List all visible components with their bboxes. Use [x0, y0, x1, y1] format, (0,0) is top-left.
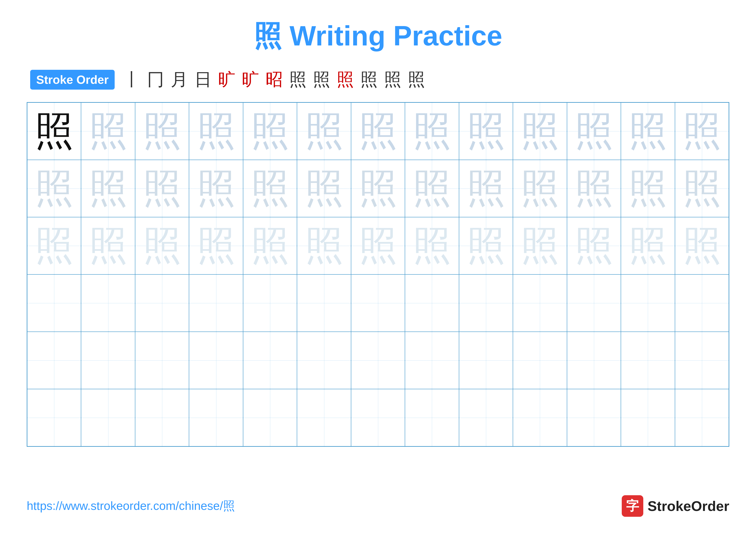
grid-cell-r2c13[interactable]: 照	[675, 160, 729, 217]
practice-grid: 照 照 照 照 照 照 照 照 照 照 照 照 照 照 照 照 照 照 照 照 …	[27, 102, 729, 447]
grid-cell-r2c7[interactable]: 照	[351, 160, 405, 217]
char-display: 照	[683, 169, 721, 208]
grid-cell-r2c10[interactable]: 照	[513, 160, 567, 217]
grid-cell-r2c2[interactable]: 照	[81, 160, 135, 217]
char-display: 照	[413, 169, 451, 208]
grid-cell-r6c5[interactable]	[243, 389, 297, 446]
char-display: 照	[359, 169, 397, 208]
char-display: 照	[575, 112, 613, 151]
grid-cell-r3c11[interactable]: 照	[567, 217, 621, 274]
grid-cell-r3c2[interactable]: 照	[81, 217, 135, 274]
grid-cell-r4c4[interactable]	[189, 274, 243, 332]
char-display: 照	[305, 226, 343, 265]
grid-cell-r2c12[interactable]: 照	[621, 160, 675, 217]
stroke-order-badge: Stroke Order	[30, 70, 115, 89]
grid-cell-r4c11[interactable]	[567, 274, 621, 332]
grid-cell-r6c4[interactable]	[189, 389, 243, 446]
grid-cell-r2c8[interactable]: 照	[405, 160, 459, 217]
grid-cell-r6c7[interactable]	[351, 389, 405, 446]
char-display: 照	[197, 112, 235, 151]
grid-cell-r2c1[interactable]: 照	[27, 160, 81, 217]
grid-cell-r4c2[interactable]	[81, 274, 135, 332]
char-display: 照	[251, 226, 289, 265]
stroke-5: 旷	[218, 68, 235, 91]
grid-cell-r5c9[interactable]	[459, 332, 513, 389]
grid-cell-r6c11[interactable]	[567, 389, 621, 446]
logo-text: StrokeOrder	[648, 498, 729, 514]
grid-cell-r4c6[interactable]	[297, 274, 351, 332]
grid-cell-r4c3[interactable]	[135, 274, 189, 332]
grid-cell-r3c5[interactable]: 照	[243, 217, 297, 274]
char-display: 照	[683, 112, 721, 151]
grid-cell-r4c10[interactable]	[513, 274, 567, 332]
grid-cell-r3c3[interactable]: 照	[135, 217, 189, 274]
grid-cell-r2c5[interactable]: 照	[243, 160, 297, 217]
grid-cell-r5c6[interactable]	[297, 332, 351, 389]
grid-cell-r2c6[interactable]: 照	[297, 160, 351, 217]
grid-cell-r5c1[interactable]	[27, 332, 81, 389]
grid-cell-r3c7[interactable]: 照	[351, 217, 405, 274]
grid-cell-r1c11[interactable]: 照	[567, 103, 621, 160]
grid-cell-r4c13[interactable]	[675, 274, 729, 332]
grid-cell-r6c9[interactable]	[459, 389, 513, 446]
grid-cell-r3c10[interactable]: 照	[513, 217, 567, 274]
grid-cell-r6c2[interactable]	[81, 389, 135, 446]
grid-cell-r6c8[interactable]	[405, 389, 459, 446]
grid-cell-r2c4[interactable]: 照	[189, 160, 243, 217]
grid-cell-r6c13[interactable]	[675, 389, 729, 446]
grid-cell-r5c2[interactable]	[81, 332, 135, 389]
char-display: 照	[89, 226, 127, 265]
grid-cell-r5c12[interactable]	[621, 332, 675, 389]
grid-cell-r1c5[interactable]: 照	[243, 103, 297, 160]
footer-url[interactable]: https://www.strokeorder.com/chinese/照	[27, 498, 235, 514]
grid-cell-r3c13[interactable]: 照	[675, 217, 729, 274]
grid-cell-r5c13[interactable]	[675, 332, 729, 389]
grid-cell-r4c5[interactable]	[243, 274, 297, 332]
grid-cell-r1c12[interactable]: 照	[621, 103, 675, 160]
grid-cell-r5c10[interactable]	[513, 332, 567, 389]
grid-cell-r1c2[interactable]: 照	[81, 103, 135, 160]
grid-cell-r5c4[interactable]	[189, 332, 243, 389]
grid-cell-r4c9[interactable]	[459, 274, 513, 332]
grid-cell-r5c8[interactable]	[405, 332, 459, 389]
grid-cell-r3c4[interactable]: 照	[189, 217, 243, 274]
grid-cell-r3c12[interactable]: 照	[621, 217, 675, 274]
grid-cell-r4c8[interactable]	[405, 274, 459, 332]
grid-cell-r4c7[interactable]	[351, 274, 405, 332]
char-display: 照	[251, 169, 289, 208]
grid-cell-r1c6[interactable]: 照	[297, 103, 351, 160]
grid-cell-r3c6[interactable]: 照	[297, 217, 351, 274]
grid-cell-r6c6[interactable]	[297, 389, 351, 446]
stroke-13: 照	[408, 68, 425, 91]
grid-cell-r6c10[interactable]	[513, 389, 567, 446]
grid-cell-r4c1[interactable]	[27, 274, 81, 332]
grid-cell-r5c5[interactable]	[243, 332, 297, 389]
grid-cell-r6c1[interactable]	[27, 389, 81, 446]
grid-cell-r1c1[interactable]: 照	[27, 103, 81, 160]
grid-cell-r1c7[interactable]: 照	[351, 103, 405, 160]
grid-cell-r5c3[interactable]	[135, 332, 189, 389]
footer: https://www.strokeorder.com/chinese/照 字 …	[27, 487, 729, 517]
grid-cell-r1c10[interactable]: 照	[513, 103, 567, 160]
char-display: 照	[575, 169, 613, 208]
grid-cell-r6c3[interactable]	[135, 389, 189, 446]
grid-cell-r1c3[interactable]: 照	[135, 103, 189, 160]
grid-cell-r4c12[interactable]	[621, 274, 675, 332]
grid-cell-r2c9[interactable]: 照	[459, 160, 513, 217]
grid-cell-r3c1[interactable]: 照	[27, 217, 81, 274]
grid-cell-r3c9[interactable]: 照	[459, 217, 513, 274]
page-title: 照 Writing Practice	[254, 17, 502, 55]
page: 照 Writing Practice Stroke Order 丨 冂 月 日 …	[0, 0, 756, 534]
char-display: 照	[629, 112, 667, 151]
grid-cell-r1c13[interactable]: 照	[675, 103, 729, 160]
grid-cell-r6c12[interactable]	[621, 389, 675, 446]
grid-cell-r3c8[interactable]: 照	[405, 217, 459, 274]
grid-cell-r2c11[interactable]: 照	[567, 160, 621, 217]
grid-cell-r1c4[interactable]: 照	[189, 103, 243, 160]
grid-cell-r2c3[interactable]: 照	[135, 160, 189, 217]
grid-cell-r5c7[interactable]	[351, 332, 405, 389]
grid-cell-r5c11[interactable]	[567, 332, 621, 389]
grid-cell-r1c8[interactable]: 照	[405, 103, 459, 160]
grid-cell-r1c9[interactable]: 照	[459, 103, 513, 160]
char-display: 照	[35, 112, 73, 151]
